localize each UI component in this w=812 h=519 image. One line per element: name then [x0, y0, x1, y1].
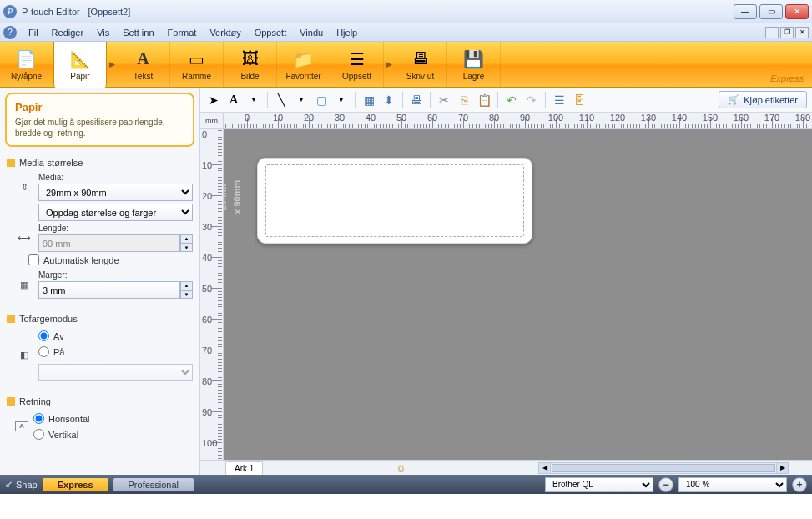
- professional-mode-tab[interactable]: Professional: [113, 478, 194, 491]
- help-icon[interactable]: ?: [3, 26, 17, 39]
- scroll-left-button[interactable]: ◀: [539, 463, 551, 473]
- cart-icon: 🛒: [728, 94, 739, 105]
- ribbon-ny-åpne-button[interactable]: 📄Ny/åpne: [0, 42, 53, 87]
- mdi-restore-button[interactable]: ❐: [780, 27, 794, 38]
- maximize-button[interactable]: ▭: [759, 4, 783, 19]
- shape-tool-dropdown[interactable]: ▼: [333, 92, 350, 108]
- align-tool-icon[interactable]: ⬍: [381, 92, 397, 108]
- table-tool-icon[interactable]: ▦: [361, 92, 377, 108]
- properties-icon[interactable]: ☰: [551, 92, 567, 108]
- menu-fil[interactable]: Fil: [22, 28, 45, 38]
- twocolor-select[interactable]: [38, 364, 193, 381]
- pointer-tool-icon[interactable]: ➤: [205, 92, 222, 108]
- text-tool-dropdown[interactable]: ▼: [245, 92, 262, 108]
- ribbon-separator: ▶: [107, 42, 117, 87]
- mdi-close-button[interactable]: ✕: [795, 27, 809, 38]
- snap-mode-button[interactable]: ↙ Snap: [5, 479, 38, 490]
- label-preview[interactable]: [257, 158, 532, 244]
- ribbon-favoritter-button[interactable]: 📁Favoritter: [277, 42, 330, 87]
- twocolor-icon: ◧: [15, 350, 33, 360]
- copy-icon[interactable]: ⎘: [456, 92, 472, 108]
- minimize-button[interactable]: —: [734, 4, 757, 19]
- twocolor-off-radio[interactable]: [38, 330, 49, 341]
- length-input[interactable]: [38, 234, 180, 252]
- ribbon-label: Ramme: [182, 72, 211, 81]
- menu-verktøy[interactable]: Verktøy: [203, 28, 247, 38]
- print-preview-icon[interactable]: 🖶: [408, 92, 425, 108]
- title-bar: P P-touch Editor - [Oppsett2] — ▭ ✕: [0, 0, 812, 23]
- window-title: P-touch Editor - [Oppsett2]: [22, 7, 734, 17]
- shape-tool-icon[interactable]: ▢: [313, 92, 330, 108]
- section-marker-icon: [7, 315, 15, 323]
- ribbon-label: Oppsett: [342, 72, 371, 81]
- ribbon-tekst-button[interactable]: ATekst: [117, 42, 170, 87]
- horizontal-scrollbar[interactable]: ◀ ▶: [538, 462, 789, 474]
- panel-info-title: Papir: [15, 101, 184, 113]
- menu-vis[interactable]: Vis: [90, 28, 116, 38]
- label-dimensions-text: 29mm x 90mm: [224, 180, 244, 214]
- margins-spin-down[interactable]: ▼: [180, 290, 193, 300]
- zoom-in-button[interactable]: +: [792, 477, 807, 492]
- section-title-twocolor: Tofargemodus: [19, 314, 78, 324]
- sheet-options-icon[interactable]: ⎙: [398, 463, 404, 473]
- ribbon-label: Favoritter: [285, 72, 320, 81]
- line-tool-icon[interactable]: ╲: [273, 92, 290, 108]
- printer-select[interactable]: Brother QL: [545, 477, 653, 492]
- image-icon: 🖼: [239, 48, 262, 70]
- menu-vindu[interactable]: Vindu: [293, 28, 330, 38]
- sheet-tab[interactable]: Ark 1: [225, 461, 263, 475]
- mdi-minimize-button[interactable]: —: [765, 27, 779, 38]
- zoom-out-button[interactable]: −: [658, 477, 673, 492]
- margins-input[interactable]: [38, 281, 180, 299]
- orientation-horizontal-label: Horisontal: [48, 414, 90, 424]
- ribbon-ramme-button[interactable]: ▭Ramme: [170, 42, 224, 87]
- design-canvas[interactable]: 29mm x 90mm: [224, 129, 812, 460]
- ribbon-bilde-button[interactable]: 🖼Bilde: [224, 42, 277, 87]
- line-tool-dropdown[interactable]: ▼: [293, 92, 310, 108]
- redo-icon[interactable]: ↷: [523, 92, 540, 108]
- horizontal-ruler[interactable]: 0102030405060708090100110120130140150160…: [224, 113, 812, 128]
- ribbon-papir-button[interactable]: 📐Papir: [53, 42, 107, 88]
- page-new-icon: 📄: [15, 48, 38, 70]
- ribbon-skriv-ut-button[interactable]: 🖶Skriv ut: [394, 42, 447, 87]
- orientation-icon: A: [15, 421, 28, 431]
- text-tool-icon[interactable]: A: [225, 92, 242, 108]
- panel-info-card: Papir Gjør det mulig å spesifisere papir…: [5, 93, 194, 147]
- twocolor-on-radio[interactable]: [38, 346, 49, 357]
- status-bar: ↙ Snap Express Professional Brother QL −…: [0, 475, 812, 494]
- buy-labels-button[interactable]: 🛒Kjøp etiketter: [719, 91, 807, 108]
- menu-format[interactable]: Format: [161, 28, 204, 38]
- orientation-vertical-radio[interactable]: [33, 429, 44, 440]
- cut-icon[interactable]: ✂: [436, 92, 452, 108]
- ribbon-label: Tekst: [134, 72, 153, 81]
- menu-sett inn[interactable]: Sett inn: [116, 28, 160, 38]
- margins-spin-up[interactable]: ▲: [180, 281, 193, 290]
- close-button[interactable]: ✕: [785, 4, 809, 19]
- section-title-orientation: Retning: [19, 396, 51, 406]
- panel-info-body: Gjør det mulig å spesifisere papirlengde…: [15, 117, 184, 139]
- ribbon-toolbar: 📄Ny/åpne📐Papir ▶ ATekst▭Ramme🖼Bilde📁Favo…: [0, 42, 812, 88]
- ribbon-oppsett-button[interactable]: ☰Oppsett: [330, 42, 384, 87]
- paper-icon: 📐: [68, 48, 92, 70]
- twocolor-on-label: På: [53, 347, 64, 357]
- length-spin-down[interactable]: ▼: [180, 244, 193, 253]
- scroll-thumb[interactable]: [552, 464, 775, 472]
- length-spin-up[interactable]: ▲: [180, 234, 193, 244]
- menu-hjelp[interactable]: Hjelp: [330, 28, 364, 38]
- undo-icon[interactable]: ↶: [503, 92, 520, 108]
- detect-size-select[interactable]: Oppdag størrelse og farger: [38, 204, 193, 221]
- layout-icon: ☰: [345, 48, 369, 70]
- ribbon-lagre-button[interactable]: 💾Lagre: [447, 42, 501, 87]
- menu-oppsett[interactable]: Oppsett: [248, 28, 294, 38]
- orientation-horizontal-radio[interactable]: [33, 413, 44, 424]
- auto-length-checkbox[interactable]: [28, 254, 39, 265]
- scroll-right-button[interactable]: ▶: [776, 463, 788, 473]
- menu-rediger[interactable]: Rediger: [45, 28, 91, 38]
- edit-toolbar: ➤ A▼ ╲▼ ▢▼ ▦ ⬍ 🖶 ✂ ⎘ 📋 ↶ ↷ ☰ 🗄 🛒Kjøp eti…: [200, 88, 812, 113]
- zoom-select[interactable]: 100 %: [678, 477, 787, 492]
- media-select[interactable]: 29mm x 90mm: [38, 184, 193, 201]
- database-icon[interactable]: 🗄: [571, 92, 588, 108]
- vertical-ruler[interactable]: 0102030405060708090100110: [200, 129, 224, 460]
- express-mode-tab[interactable]: Express: [43, 478, 108, 491]
- paste-icon[interactable]: 📋: [476, 92, 492, 108]
